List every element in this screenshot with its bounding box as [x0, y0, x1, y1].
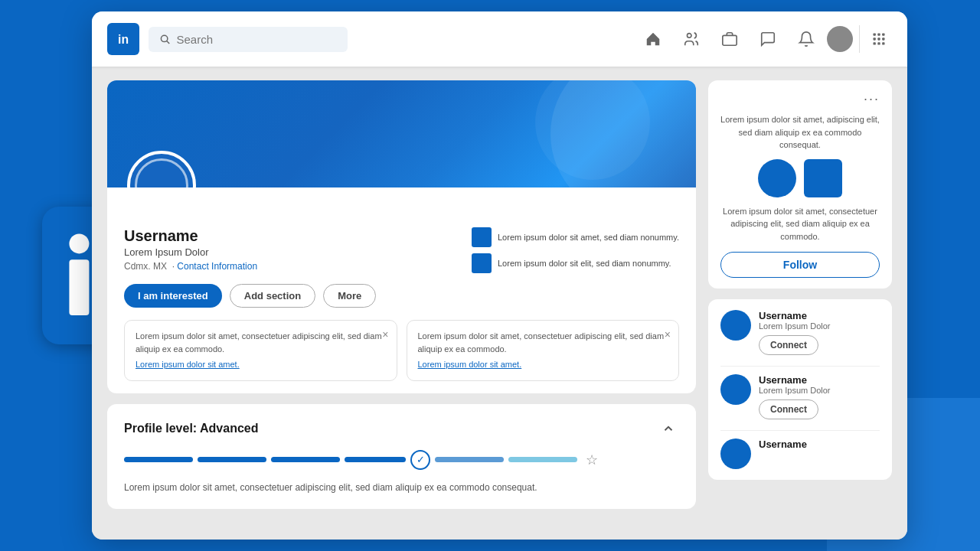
close-card-1[interactable]: × [382, 327, 388, 343]
progress-star[interactable]: ☆ [582, 450, 602, 470]
person-name-3: Username [759, 439, 880, 450]
svg-text:in: in [118, 33, 129, 46]
svg-rect-14 [877, 37, 880, 40]
search-bar[interactable] [149, 27, 348, 52]
navbar: in [92, 11, 907, 67]
mini-card-1: × Lorem ipsum dolor sit amet, consectetu… [124, 320, 397, 381]
home-icon [645, 31, 662, 47]
svg-rect-8 [723, 35, 737, 45]
level-title: Profile level: Advanced [124, 422, 258, 435]
nav-messaging[interactable] [750, 26, 786, 52]
nav-divider [859, 25, 860, 53]
chevron-up-icon [662, 422, 675, 435]
nav-logo[interactable]: in [107, 23, 139, 55]
search-input[interactable] [176, 33, 337, 46]
suggestion-logos [720, 159, 880, 197]
profile-avatar [135, 158, 188, 187]
suggestion-description: Lorem ipsum dolor sit amet, consectetuer… [720, 205, 880, 243]
contact-info-link[interactable]: Contact Information [177, 261, 257, 272]
person-info-3: Username [759, 439, 880, 450]
mini-card-2: × Lorem ipsum dolor sit amet, consectetu… [407, 320, 680, 381]
progress-bar: ✓ ☆ [124, 450, 679, 470]
close-card-2[interactable]: × [665, 327, 671, 343]
suggestion-logo-circle [758, 159, 796, 197]
nav-network[interactable] [674, 26, 709, 52]
stat-icon-2 [472, 253, 492, 273]
interested-button[interactable]: I am interested [124, 284, 222, 308]
person-info-1: Username Lorem Ipsum Dolor Connect [759, 310, 880, 355]
search-icon [159, 33, 170, 45]
progress-check: ✓ [410, 450, 430, 470]
avatar[interactable] [827, 26, 853, 52]
right-column: ··· Lorem ipsum dolor sit amet, adipisci… [708, 80, 892, 526]
list-item: Username [720, 439, 880, 469]
content-area: Username Lorem Ipsum Dolor Cdmx. MX · Co… [92, 67, 907, 540]
nav-notifications[interactable] [789, 26, 824, 52]
list-item: Username Lorem Ipsum Dolor Connect [720, 310, 880, 355]
person-title-2: Lorem Ipsum Dolor [759, 386, 880, 395]
briefcase-icon [721, 31, 738, 47]
collapse-button[interactable] [658, 418, 679, 439]
svg-rect-12 [882, 34, 884, 36]
profile-stats: Lorem ipsum dolor sit amet, sed diam non… [472, 227, 679, 273]
level-header: Profile level: Advanced [124, 418, 679, 439]
svg-line-6 [167, 41, 169, 44]
progress-seg-5 [435, 457, 504, 462]
progress-seg-3 [271, 457, 340, 462]
profile-info-left: Username Lorem Ipsum Dolor Cdmx. MX · Co… [124, 227, 459, 273]
nav-icons [635, 25, 892, 53]
mini-card-2-text: Lorem ipsum dolor sit amet, consectetuer… [418, 331, 665, 354]
profile-stat-2: Lorem ipsum dolor sit elit, sed diam non… [472, 253, 679, 273]
grid-apps-button[interactable] [866, 26, 892, 52]
profile-location: Cdmx. MX · Contact Information [124, 261, 459, 272]
people-card: Username Lorem Ipsum Dolor Connect Usern… [708, 299, 892, 480]
person-avatar-1 [720, 310, 751, 341]
stat-text-1: Lorem ipsum dolor sit amet, sed diam non… [498, 232, 679, 243]
people-icon [683, 31, 700, 47]
more-button[interactable]: More [323, 284, 376, 308]
person-name-2: Username [759, 374, 880, 386]
svg-rect-11 [877, 34, 880, 36]
person-divider-1 [720, 366, 880, 367]
message-icon [760, 31, 776, 47]
profile-title: Lorem Ipsum Dolor [124, 246, 459, 258]
profile-name: Username [124, 227, 459, 245]
list-item: Username Lorem Ipsum Dolor Connect [720, 374, 880, 419]
svg-rect-1 [69, 259, 89, 315]
svg-rect-16 [874, 42, 876, 44]
follow-button[interactable]: Follow [720, 252, 880, 278]
mini-card-1-link[interactable]: Lorem ipsum dolor sit amet. [136, 358, 386, 371]
more-options-button[interactable]: ··· [864, 91, 880, 107]
main-window: in [92, 11, 907, 540]
connect-button-1[interactable]: Connect [759, 335, 818, 355]
mini-card-2-link[interactable]: Lorem ipsum dolor sit amet. [418, 358, 668, 371]
profile-actions: I am interested Add section More [107, 284, 696, 320]
progress-seg-6 [508, 457, 577, 462]
svg-point-7 [688, 34, 692, 38]
connect-button-2[interactable]: Connect [759, 399, 818, 419]
profile-info: Username Lorem Ipsum Dolor Cdmx. MX · Co… [107, 187, 696, 284]
svg-rect-17 [877, 42, 880, 44]
bell-icon [798, 31, 815, 47]
level-description: Lorem ipsum dolor sit amet, consectetuer… [124, 481, 679, 495]
svg-rect-10 [874, 34, 876, 36]
nav-home[interactable] [635, 26, 671, 52]
profile-avatar-wrap [127, 151, 196, 187]
stat-text-2: Lorem ipsum dolor sit elit, sed diam non… [498, 258, 671, 269]
person-title-1: Lorem Ipsum Dolor [759, 321, 880, 331]
profile-level-card: Profile level: Advanced ✓ ☆ [107, 404, 696, 509]
nav-jobs[interactable] [712, 26, 747, 52]
person-avatar-2 [720, 374, 751, 405]
stat-icon-1 [472, 227, 492, 247]
suggestion-banner-text: Lorem ipsum dolor sit amet, adipiscing e… [720, 113, 880, 152]
progress-seg-2 [198, 457, 266, 462]
svg-point-5 [161, 35, 167, 41]
svg-rect-18 [882, 42, 884, 44]
profile-card: Username Lorem Ipsum Dolor Cdmx. MX · Co… [107, 80, 696, 393]
profile-banner [107, 80, 696, 187]
profile-cards-row: × Lorem ipsum dolor sit amet, consectetu… [107, 320, 696, 393]
svg-rect-15 [882, 37, 884, 40]
mini-card-1-text: Lorem ipsum dolor sit amet, consectetuer… [136, 331, 382, 354]
add-section-button[interactable]: Add section [230, 284, 315, 308]
svg-rect-13 [874, 37, 876, 40]
